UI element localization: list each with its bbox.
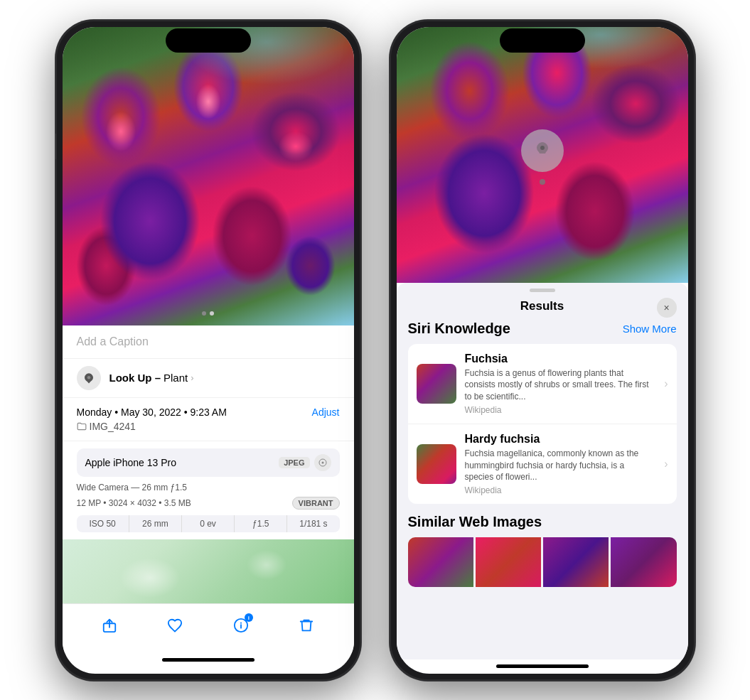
lookup-icon <box>77 366 101 390</box>
vibrant-badge: VIBRANT <box>292 497 340 510</box>
exif-aperture: ƒ1.5 <box>235 515 287 532</box>
similar-title: Similar Web Images <box>408 514 677 530</box>
device-name: Apple iPhone 13 Pro <box>85 457 176 468</box>
lookup-row[interactable]: Look Up – Plant › <box>63 359 354 398</box>
svg-point-2 <box>321 461 323 463</box>
result-chevron-fuchsia: › <box>664 377 668 390</box>
favorite-button[interactable] <box>164 615 186 636</box>
device-section: Apple iPhone 13 Pro JPEG Wide Camera — 2… <box>63 441 354 539</box>
siri-knowledge-card: Fuchsia Fuchsia is a genus of flowering … <box>408 344 677 505</box>
delete-button[interactable] <box>296 615 317 636</box>
meta-date: Monday • May 30, 2022 • 9:23 AM <box>77 406 227 418</box>
similar-thumb-3[interactable] <box>543 537 609 587</box>
result-desc-fuchsia: Fuchsia is a genus of flowering plants t… <box>465 367 656 403</box>
share-button[interactable] <box>99 615 120 636</box>
camera-lens: Wide Camera — 26 mm ƒ1.5 <box>77 483 340 492</box>
page-dot-2 <box>210 311 214 316</box>
result-item-fuchsia[interactable]: Fuchsia Fuchsia is a genus of flowering … <box>408 344 677 424</box>
adjust-button[interactable]: Adjust <box>312 406 340 418</box>
siri-knowledge-header: Siri Knowledge Show More <box>408 321 677 337</box>
result-info-hardy: Hardy fuchsia Fuchsia magellanica, commo… <box>465 433 656 495</box>
device-row: Apple iPhone 13 Pro JPEG <box>77 448 340 477</box>
phone-right: Results × Siri Knowledge Show More Fuchs… <box>390 20 695 681</box>
lookup-label: Look Up – Plant › <box>109 372 194 384</box>
caption-area[interactable]: Add a Caption <box>63 325 354 359</box>
map-preview[interactable] <box>63 539 354 603</box>
screen-right: Results × Siri Knowledge Show More Fuchs… <box>397 27 688 674</box>
bottom-sheet: Results × Siri Knowledge Show More Fuchs… <box>397 283 688 659</box>
sheet-content: Siri Knowledge Show More Fuchsia Fuchsia… <box>397 321 688 659</box>
similar-thumb-2[interactable] <box>476 537 541 587</box>
result-desc-hardy: Fuchsia magellanica, commonly known as t… <box>465 448 656 483</box>
result-name-fuchsia: Fuchsia <box>465 352 656 365</box>
home-indicator-right <box>397 659 688 674</box>
exif-mm: 26 mm <box>129 515 182 532</box>
sheet-close-button[interactable]: × <box>657 298 677 318</box>
sheet-header: Results × <box>397 295 688 321</box>
exif-shutter: 1/181 s <box>287 515 339 532</box>
result-info-fuchsia: Fuchsia Fuchsia is a genus of flowering … <box>465 352 656 415</box>
svg-point-0 <box>87 376 90 379</box>
svg-point-5 <box>540 146 545 150</box>
jpeg-badge: JPEG <box>279 457 309 468</box>
mp-details: 12 MP • 3024 × 4032 • 3.5 MB <box>77 498 191 508</box>
result-source-fuchsia: Wikipedia <box>465 405 656 415</box>
dynamic-island-right <box>500 28 585 53</box>
exif-iso: ISO 50 <box>77 515 129 532</box>
result-thumb-hardy <box>417 444 456 484</box>
exif-row: ISO 50 26 mm 0 ev ƒ1.5 1/181 s <box>77 515 340 532</box>
photo-flower-right <box>397 27 688 283</box>
result-name-hardy: Hardy fuchsia <box>465 433 656 446</box>
result-source-hardy: Wikipedia <box>465 485 656 495</box>
bottom-bar: i <box>63 603 354 653</box>
meta-section: Monday • May 30, 2022 • 9:23 AM Adjust I… <box>63 398 354 441</box>
siri-visual-button[interactable] <box>521 129 564 172</box>
sheet-title: Results <box>520 299 564 313</box>
location-icon <box>314 454 331 471</box>
dynamic-island-left <box>166 28 251 53</box>
siri-knowledge-title: Siri Knowledge <box>408 321 510 337</box>
page-dot-1 <box>202 311 206 316</box>
similar-section: Similar Web Images <box>408 514 677 587</box>
exif-ev: 0 ev <box>182 515 235 532</box>
show-more-button[interactable]: Show More <box>623 323 677 335</box>
result-chevron-hardy: › <box>664 458 668 470</box>
home-indicator-left <box>63 653 354 667</box>
meta-filename: IMG_4241 <box>77 421 340 432</box>
photo-flower-left[interactable] <box>63 27 354 325</box>
result-thumb-fuchsia <box>417 364 456 404</box>
info-button[interactable]: i <box>230 615 252 636</box>
caption-placeholder: Add a Caption <box>77 335 149 348</box>
similar-grid <box>408 537 677 587</box>
similar-thumb-1[interactable] <box>408 537 473 587</box>
screen-left: Add a Caption Look Up – Plant › Monday •… <box>63 27 354 674</box>
sheet-handle <box>530 289 555 292</box>
similar-thumb-4[interactable] <box>611 537 676 587</box>
result-item-hardy[interactable]: Hardy fuchsia Fuchsia magellanica, commo… <box>408 424 677 504</box>
phone-left: Add a Caption Look Up – Plant › Monday •… <box>55 20 361 681</box>
mp-row: 12 MP • 3024 × 4032 • 3.5 MB VIBRANT <box>77 497 340 510</box>
